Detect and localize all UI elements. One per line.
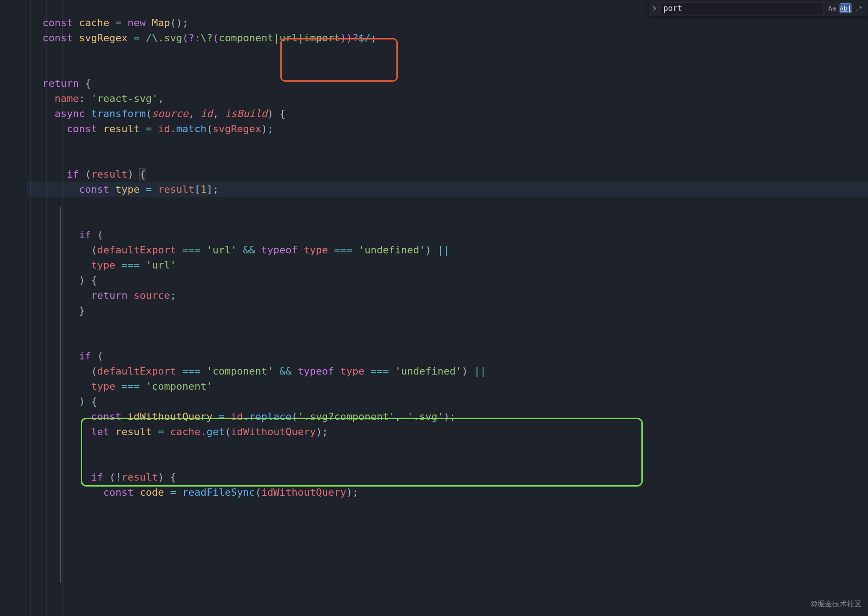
code-line: (defaultExport === 'component' && typeof…: [27, 364, 868, 379]
watermark-text: @掘金技术社区: [810, 596, 862, 611]
match-word-toggle[interactable]: Ab|: [840, 3, 851, 13]
code-line: const svgRegex = /\.svg(?:\?(component|u…: [27, 30, 868, 45]
code-line: [27, 439, 868, 454]
code-line: [27, 45, 868, 61]
match-regex-toggle[interactable]: .*: [853, 3, 865, 13]
code-line: if (!result) {: [27, 470, 868, 485]
code-line: name: 'react-svg',: [27, 91, 868, 106]
code-line: [27, 136, 868, 151]
code-line: return source;: [27, 288, 868, 303]
code-line: const result = id.match(svgRegex);: [27, 121, 868, 136]
find-input[interactable]: [660, 2, 823, 14]
code-line: type === 'url': [27, 258, 868, 273]
code-line: if (: [27, 348, 868, 364]
find-options: Aa Ab| .*: [823, 3, 868, 13]
code-line: [27, 197, 868, 212]
code-line: [27, 454, 868, 470]
code-line: async transform(source, id, isBuild) {: [27, 106, 868, 121]
find-toggle-icon[interactable]: [649, 0, 660, 16]
code-line: const code = readFileSync(idWithoutQuery…: [27, 485, 868, 500]
code-line: [27, 151, 868, 167]
code-line: return {: [27, 76, 868, 91]
match-case-toggle[interactable]: Aa: [826, 3, 838, 13]
code-line: let result = cache.get(idWithoutQuery);: [27, 424, 868, 439]
code-line: [27, 333, 868, 348]
code-editor[interactable]: const cache = new Map(); const svgRegex …: [0, 0, 868, 500]
code-line: [27, 61, 868, 76]
code-line: const cache = new Map();: [27, 15, 868, 30]
code-line: if (result) {: [27, 167, 868, 182]
code-line: [27, 212, 868, 227]
code-line: ) {: [27, 394, 868, 409]
code-line: type === 'component': [27, 379, 868, 394]
find-widget[interactable]: Aa Ab| .*: [649, 0, 868, 17]
code-line: ) {: [27, 273, 868, 288]
code-line: }: [27, 303, 868, 318]
code-line-active: const type = result[1];: [27, 182, 868, 197]
code-line: const idWithoutQuery = id.replace('.svg?…: [27, 409, 868, 424]
code-line: (defaultExport === 'url' && typeof type …: [27, 242, 868, 258]
code-line: [27, 318, 868, 333]
code-line: if (: [27, 227, 868, 242]
